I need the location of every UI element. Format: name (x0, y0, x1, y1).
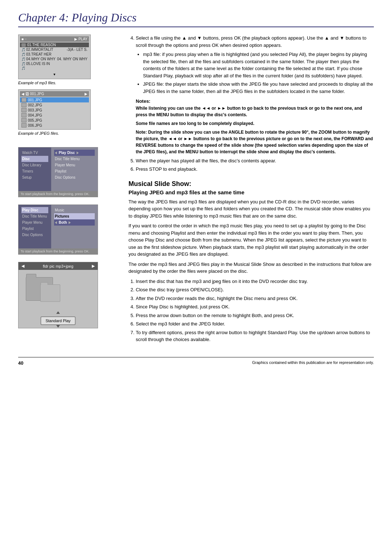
jpeg-thumb-6 (21, 123, 26, 127)
menu-disc-library: Disc Library (21, 162, 48, 168)
folder-screen: ◀ fldr pic mp3+jpeg ▶ (18, 262, 98, 328)
page-number: 40 (18, 360, 23, 366)
musical-step-7: To try different options, press the righ… (136, 329, 374, 343)
player-menu-label: Player Menu (21, 219, 48, 226)
musical-heading: Musical Slide Show: (128, 180, 374, 188)
musical-step-5: Press the arrow down button on the remot… (136, 312, 374, 319)
right-column: Select a file using the ▲ and ▼ buttons,… (128, 35, 374, 346)
musical-subheading: Playing JPEG and mp3 files at the same t… (128, 189, 374, 195)
folder-header: ◀ fldr pic mp3+jpeg ▶ (19, 262, 98, 270)
both-arrow-right (69, 221, 71, 224)
mp3-header-left: ■ ·· (21, 37, 26, 41)
pictures-option: Pictures (54, 213, 95, 219)
main-list: Select a file using the ▲ and ▼ buttons,… (136, 35, 374, 173)
folder-content: Standard Play (19, 270, 98, 328)
disc-menu-footer: To start playback from the beginning, pr… (19, 191, 98, 197)
play-disc-label: Play Disc (21, 207, 48, 213)
mp3-header: ■ ·· ▶ PLAY (20, 36, 89, 42)
jpeg-caption: Example of JPEG files. (18, 131, 120, 135)
mp3-icon-2: 🎵 (21, 48, 25, 52)
jpeg-row-2: 002.JPG (20, 102, 89, 108)
jpeg-thumb-3 (21, 108, 26, 112)
jpeg-thumb-4 (21, 113, 26, 117)
arrow-right-icon (77, 151, 79, 154)
note-1: While listening you can use the ◄◄ or ►►… (136, 105, 374, 118)
musical-para-2: If you want to control the order in whic… (128, 222, 374, 258)
list-item-6: Press STOP to end playback. (136, 166, 374, 173)
menu-disc-options: Disc Options (54, 174, 95, 181)
play-disc-footer: To start playback from the beginning, pr… (19, 248, 98, 254)
jpeg-thumb-2 (21, 103, 26, 107)
mp3-caption: Example of mp3 files. (18, 81, 120, 85)
jpeg-row-4: 004.JPG (20, 113, 89, 118)
mp3-row-3: 🎵 03.TREAT HER (20, 52, 89, 57)
note-2: Some file names are too long to be compl… (136, 120, 374, 127)
mp3-right-2: -3(A - LET S. (66, 48, 87, 52)
playlist-label: Playlist (21, 226, 48, 232)
sub-list: mp3 file: if you press play when a file … (143, 51, 374, 95)
jpeg-row-3: 003.JPG (20, 108, 89, 113)
music-option: Music (54, 207, 95, 213)
disc-options-label: Disc Options (21, 232, 48, 238)
menu-setup: Setup (21, 174, 48, 181)
play-disc-inner: Play Disc Disc Title Menu Player Menu Pl… (19, 205, 98, 248)
mp3-row-1: 01.THE REASON (20, 42, 89, 47)
arrow-left-icon (55, 151, 57, 154)
list-item-5: When the player has played all the files… (136, 157, 374, 165)
chapter-title: Chapter 4: Playing Discs (18, 11, 374, 27)
musical-step-1: Insert the disc that has the mp3 and jpe… (136, 278, 374, 285)
menu-disc-title: Disc Title Menu (54, 156, 95, 162)
mp3-row-5: 🎵 05.LOVE IS IN (20, 61, 89, 66)
music-icon-1 (21, 43, 26, 47)
disc-menu-screen: Watch TV Disc Disc Library Timers Setup … (18, 147, 98, 197)
jpeg-row-1: 001.JPG (20, 97, 89, 102)
menu-disc: Disc (21, 156, 48, 162)
folder-up-arrow (56, 311, 60, 314)
menu-watch-tv: Watch TV (21, 150, 48, 156)
both-option: Both (54, 219, 95, 226)
folder-arrow-right: ▶ (92, 264, 95, 268)
jpeg-thumb-1 (21, 98, 26, 102)
folder-name: fldr pic mp3+jpeg (43, 264, 73, 268)
disc-menu-right: Play Disc Disc Title Menu Player Menu Pl… (51, 147, 98, 191)
menu-player-menu: Player Menu (54, 162, 95, 168)
musical-steps: Insert the disc that has the mp3 and jpe… (136, 278, 374, 343)
note-3: Note: During the slide show you can use … (136, 129, 374, 155)
folder-down-arrow (56, 325, 60, 328)
musical-para-3: The order the mp3 files and JPEG files p… (128, 261, 374, 275)
musical-step-2: Close the disc tray (press OPEN/CLOSE). (136, 286, 374, 293)
jpeg-thumb-5 (21, 118, 26, 122)
jpeg-row-6: 006.JPG (20, 123, 89, 128)
mp3-header-play: ▶ PLAY (74, 37, 87, 41)
list-item-4: Select a file using the ▲ and ▼ buttons,… (136, 35, 374, 155)
disc-menu-inner: Watch TV Disc Disc Library Timers Setup … (19, 147, 98, 191)
main-layout: ■ ·· ▶ PLAY 01.THE REASON 🎵 02.IMMORTALI… (18, 35, 374, 346)
mp3-row-6: 🎵 (20, 66, 89, 70)
play-disc-right: Music Pictures Both (51, 205, 98, 248)
menu-play-disc: Play Disc (54, 150, 95, 156)
menu-playlist: Playlist (54, 168, 95, 174)
play-disc-screen: Play Disc Disc Title Menu Player Menu Pl… (18, 204, 98, 255)
disc-menu-left: Watch TV Disc Disc Library Timers Setup (19, 147, 51, 191)
page-footer: 40 Graphics contained within this public… (18, 357, 374, 366)
menu-timers: Timers (21, 168, 48, 174)
play-disc-left: Play Disc Disc Title Menu Player Menu Pl… (19, 205, 51, 248)
footer-text: Graphics contained within this publicati… (252, 360, 374, 366)
sub-item-jpeg: JPEG file: the player starts the slide s… (143, 81, 374, 95)
page: Chapter 4: Playing Discs ■ ·· ▶ PLAY 01.… (0, 0, 392, 380)
mp3-row-2: 🎵 02.IMMORTALIT -3(A - LET S. (20, 47, 89, 52)
folder-arrow-left: ◀ (21, 264, 24, 268)
jpeg-screen: ◀ 🖼 001.JPG ▶ 001.JPG 002.JPG 003.JPG (18, 89, 91, 130)
mp3-screen: ■ ·· ▶ PLAY 01.THE REASON 🎵 02.IMMORTALI… (18, 35, 91, 79)
disc-title-menu-label: Disc Title Menu (21, 213, 48, 219)
musical-step-6: Select the mp3 folder and the JPEG folde… (136, 320, 374, 328)
sub-item-mp3: mp3 file: if you press play when a file … (143, 51, 374, 79)
left-column: ■ ·· ▶ PLAY 01.THE REASON 🎵 02.IMMORTALI… (18, 35, 120, 346)
musical-step-3: After the DVD recorder reads the disc, h… (136, 295, 374, 302)
mp3-row-4: 🎵 04.WHY ON WHY 04. WHY ON WHY (20, 57, 89, 61)
musical-para-1: The way the JPEG files and mp3 files are… (128, 198, 374, 220)
mp3-down-arrow: ▼ (20, 70, 89, 77)
both-arrow-left (55, 221, 57, 224)
jpeg-header: ◀ 🖼 001.JPG ▶ (20, 91, 89, 97)
jpeg-row-5: 005.JPG (20, 118, 89, 123)
